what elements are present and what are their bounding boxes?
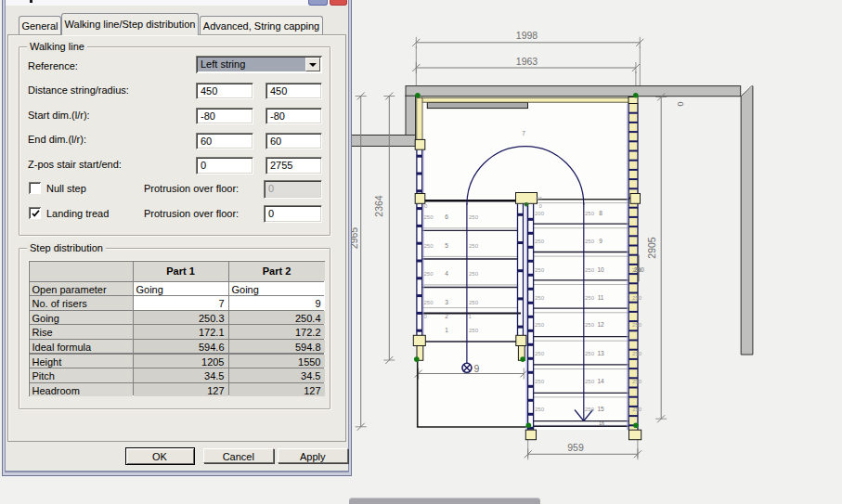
svg-text:250: 250 — [469, 328, 479, 333]
svg-text:250: 250 — [469, 214, 479, 220]
svg-text:250: 250 — [535, 379, 545, 384]
svg-text:7: 7 — [522, 130, 525, 136]
svg-text:250: 250 — [632, 379, 642, 384]
svg-text:250: 250 — [424, 300, 434, 305]
svg-text:250: 250 — [585, 351, 595, 356]
svg-text:0: 0 — [676, 101, 685, 106]
svg-text:250: 250 — [469, 271, 479, 277]
svg-text:9: 9 — [599, 238, 602, 244]
svg-text:250: 250 — [634, 266, 644, 273]
svg-text:9: 9 — [474, 363, 480, 374]
svg-text:250: 250 — [632, 407, 642, 412]
svg-text:250: 250 — [585, 295, 595, 301]
svg-text:1998: 1998 — [516, 30, 538, 41]
svg-text:250: 250 — [535, 267, 545, 273]
svg-text:250: 250 — [585, 407, 595, 412]
svg-text:250: 250 — [632, 295, 642, 301]
svg-text:250: 250 — [424, 271, 434, 277]
svg-text:15: 15 — [597, 406, 604, 412]
svg-text:250: 250 — [469, 243, 479, 249]
svg-text:250: 250 — [585, 211, 595, 216]
svg-text:250: 250 — [535, 407, 545, 412]
svg-text:200: 200 — [535, 211, 545, 216]
svg-text:6: 6 — [445, 213, 448, 220]
svg-text:250: 250 — [424, 214, 434, 220]
svg-text:250: 250 — [585, 267, 595, 273]
svg-text:250: 250 — [632, 322, 642, 328]
svg-text:250: 250 — [469, 300, 479, 305]
svg-text:959: 959 — [567, 442, 584, 453]
svg-text:16: 16 — [599, 420, 604, 426]
svg-text:5: 5 — [445, 242, 448, 249]
svg-text:2905: 2905 — [646, 237, 657, 259]
svg-text:11: 11 — [598, 294, 604, 301]
svg-text:250: 250 — [535, 351, 545, 356]
svg-text:250: 250 — [585, 322, 595, 328]
svg-text:250: 250 — [535, 239, 545, 244]
svg-text:1: 1 — [445, 327, 448, 333]
svg-text:4: 4 — [445, 270, 448, 277]
svg-text:250: 250 — [424, 243, 434, 249]
svg-text:250: 250 — [585, 379, 595, 384]
svg-text:1963: 1963 — [516, 56, 538, 67]
svg-text:10: 10 — [597, 266, 604, 273]
svg-text:3: 3 — [445, 299, 448, 305]
svg-text:2: 2 — [445, 313, 448, 319]
svg-text:250: 250 — [535, 295, 545, 301]
svg-text:250: 250 — [535, 322, 545, 328]
svg-text:14: 14 — [597, 378, 604, 384]
svg-text:8: 8 — [599, 210, 602, 216]
svg-text:250: 250 — [632, 351, 642, 356]
svg-text:13: 13 — [597, 350, 604, 356]
svg-text:40: 40 — [536, 196, 542, 201]
svg-text:2364: 2364 — [373, 195, 384, 217]
svg-text:12: 12 — [597, 321, 604, 328]
svg-text:250: 250 — [585, 239, 595, 244]
